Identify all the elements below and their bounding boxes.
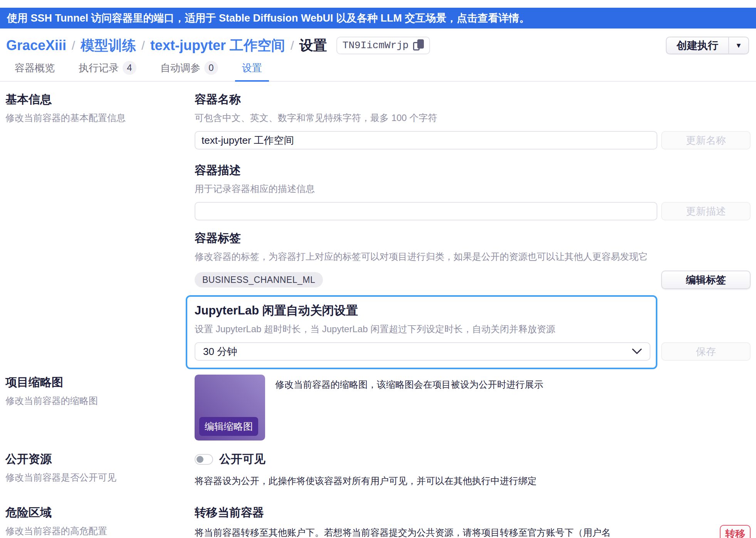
breadcrumb-separator: /	[72, 39, 75, 53]
idle-timeout-select[interactable]: 30 分钟	[195, 342, 650, 361]
section-subtitle-basic: 修改当前容器的基本配置信息	[5, 111, 195, 125]
container-name-group: 容器名称 可包含中文、英文、数字和常见特殊字符，最多 100 个字符 更新名称	[195, 92, 751, 150]
create-run-button[interactable]: 创建执行	[667, 37, 728, 54]
basic-info-row: 基本信息 修改当前容器的基本配置信息 容器名称 可包含中文、英文、数字和常见特殊…	[5, 92, 751, 369]
create-run-split-button: 创建执行 ▼	[666, 37, 749, 54]
edit-thumbnail-button[interactable]: 编辑缩略图	[199, 417, 258, 436]
container-description-input-row: 更新描述	[195, 202, 751, 220]
tab-auto-tuning[interactable]: 自动调参 0	[153, 61, 225, 81]
transfer-label: 转移当前容器	[195, 505, 751, 520]
public-hint: 将容器设为公开，此操作将使该容器对所有用户可见，并可以在其他执行中进行绑定	[195, 472, 751, 489]
thumbnail-side: 项目缩略图 修改当前容器的缩略图	[5, 375, 195, 440]
thumbnail-row: 项目缩略图 修改当前容器的缩略图 编辑缩略图 修改当前容器的缩略图，该缩略图会在…	[5, 375, 751, 440]
tuning-count-badge: 0	[204, 61, 218, 75]
settings-content: 基本信息 修改当前容器的基本配置信息 容器名称 可包含中文、英文、数字和常见特殊…	[0, 82, 756, 538]
container-description-hint: 用于记录容器相应的描述信息	[195, 182, 751, 196]
edit-tags-button[interactable]: 编辑标签	[661, 271, 751, 289]
tab-label: 容器概览	[15, 61, 55, 75]
tab-bar: 容器概览 执行记录 4 自动调参 0 设置	[0, 61, 756, 82]
public-main: 公开可见 将容器设为公开，此操作将使该容器对所有用户可见，并可以在其他执行中进行…	[195, 451, 751, 489]
tab-label: 自动调参	[160, 61, 200, 75]
container-tags-group: 容器标签 修改容器的标签，为容器打上对应的标签可以对项目进行归类，如果是公开的资…	[195, 230, 751, 289]
danger-side: 危险区域 修改当前容器的高危配置	[5, 505, 195, 538]
jupyter-idle-row: JupyterLab 闲置自动关闭设置 设置 JupyterLab 超时时长，当…	[195, 295, 751, 369]
container-id-badge[interactable]: TN9IicmWrjp	[336, 37, 430, 54]
public-toggle-row: 公开可见	[195, 451, 751, 467]
container-name-input[interactable]	[195, 131, 657, 150]
basic-info-main: 容器名称 可包含中文、英文、数字和常见特殊字符，最多 100 个字符 更新名称 …	[195, 92, 751, 369]
basic-info-side: 基本信息 修改当前容器的基本配置信息	[5, 92, 195, 369]
container-name-label: 容器名称	[195, 92, 751, 107]
jupyter-idle-label: JupyterLab 闲置自动关闭设置	[195, 303, 650, 318]
public-visibility-toggle[interactable]	[195, 454, 213, 465]
save-column: 保存	[661, 295, 751, 369]
section-title-basic: 基本信息	[5, 92, 195, 107]
container-name-input-row: 更新名称	[195, 131, 751, 150]
announcement-banner[interactable]: 使用 SSH Tunnel 访问容器里的端口，适用于 Stable Diffus…	[0, 8, 756, 29]
breadcrumb-section-link[interactable]: 模型训练	[81, 36, 136, 55]
update-name-button[interactable]: 更新名称	[661, 131, 751, 150]
thumbnail-main: 编辑缩略图 修改当前容器的缩略图，该缩略图会在项目被设为公开时进行展示	[195, 375, 751, 440]
tab-label: 执行记录	[79, 61, 119, 75]
jupyter-idle-hint: 设置 JupyterLab 超时时长，当 JupyterLab 闲置超过下列设定…	[195, 322, 650, 336]
toggle-knob	[197, 456, 203, 463]
transfer-button[interactable]: 转移	[720, 525, 751, 538]
topbar: GraceXiii / 模型训练 / text-jupyter 工作空间 / 设…	[0, 36, 756, 55]
tab-container-overview[interactable]: 容器概览	[8, 61, 62, 81]
public-toggle-label: 公开可见	[219, 451, 265, 467]
jupyter-idle-highlight-box: JupyterLab 闲置自动关闭设置 设置 JupyterLab 超时时长，当…	[186, 295, 657, 369]
create-run-dropdown-button[interactable]: ▼	[728, 37, 748, 54]
container-name-hint: 可包含中文、英文、数字和常见特殊字符，最多 100 个字符	[195, 111, 751, 125]
container-description-label: 容器描述	[195, 163, 751, 178]
breadcrumb-user-link[interactable]: GraceXiii	[6, 37, 66, 54]
danger-zone-row: 危险区域 修改当前容器的高危配置 转移当前容器 将当前容器转移至其他账户下。若想…	[5, 505, 751, 538]
section-title-danger: 危险区域	[5, 505, 195, 520]
container-description-group: 容器描述 用于记录容器相应的描述信息 更新描述	[195, 163, 751, 220]
container-tags-hint: 修改容器的标签，为容器打上对应的标签可以对项目进行归类，如果是公开的资源也可以让…	[195, 250, 751, 264]
container-tags-row: BUSINESS_CHANNEL_ML 编辑标签	[195, 271, 751, 289]
public-row: 公开资源 修改当前容器是否公开可见 公开可见 将容器设为公开，此操作将使该容器对…	[5, 451, 751, 489]
danger-main: 转移当前容器 将当前容器转移至其他账户下。若想将当前容器提交为公共资源，请将项目…	[195, 505, 751, 538]
breadcrumb-separator: /	[141, 39, 145, 53]
breadcrumb-separator: /	[291, 39, 294, 53]
run-count-badge: 4	[123, 61, 136, 75]
transfer-group: 转移当前容器 将当前容器转移至其他账户下。若想将当前容器提交为公共资源，请将项目…	[195, 505, 751, 538]
project-thumbnail: 编辑缩略图	[195, 375, 265, 440]
tab-label: 设置	[242, 61, 262, 75]
section-subtitle-thumbnail: 修改当前容器的缩略图	[5, 394, 195, 408]
tab-settings[interactable]: 设置	[235, 61, 269, 82]
breadcrumb-current: 设置	[299, 36, 327, 55]
public-side: 公开资源 修改当前容器是否公开可见	[5, 451, 195, 489]
thumbnail-hint: 修改当前容器的缩略图，该缩略图会在项目被设为公开时进行展示	[275, 376, 543, 440]
tag-pill: BUSINESS_CHANNEL_ML	[195, 272, 323, 287]
copy-icon[interactable]	[413, 39, 424, 52]
save-button[interactable]: 保存	[661, 342, 751, 361]
caret-down-icon: ▼	[735, 42, 742, 49]
settings-page: 使用 SSH Tunnel 访问容器里的端口，适用于 Stable Diffus…	[0, 0, 756, 538]
chevron-down-icon	[632, 348, 642, 355]
section-title-public: 公开资源	[5, 451, 195, 467]
container-tags-label: 容器标签	[195, 230, 751, 246]
idle-timeout-value: 30 分钟	[203, 345, 237, 358]
breadcrumb: GraceXiii / 模型训练 / text-jupyter 工作空间 / 设…	[6, 36, 430, 55]
container-description-input[interactable]	[195, 202, 657, 220]
transfer-body-row: 将当前容器转移至其他账户下。若想将当前容器提交为公共资源，请将项目转移至官方账号…	[195, 524, 751, 538]
container-id: TN9IicmWrjp	[343, 40, 409, 51]
announcement-text: 使用 SSH Tunnel 访问容器里的端口，适用于 Stable Diffus…	[7, 12, 530, 24]
section-title-thumbnail: 项目缩略图	[5, 375, 195, 390]
section-subtitle-danger: 修改当前容器的高危配置	[5, 524, 195, 538]
tab-run-history[interactable]: 执行记录 4	[72, 61, 143, 81]
section-subtitle-public: 修改当前容器是否公开可见	[5, 471, 195, 484]
update-description-button[interactable]: 更新描述	[661, 202, 751, 220]
copy-icon-front	[417, 39, 424, 49]
breadcrumb-container-link[interactable]: text-jupyter 工作空间	[150, 36, 285, 55]
transfer-hint: 将当前容器转移至其他账户下。若想将当前容器提交为公共资源，请将项目转移至官方账号…	[195, 524, 672, 538]
